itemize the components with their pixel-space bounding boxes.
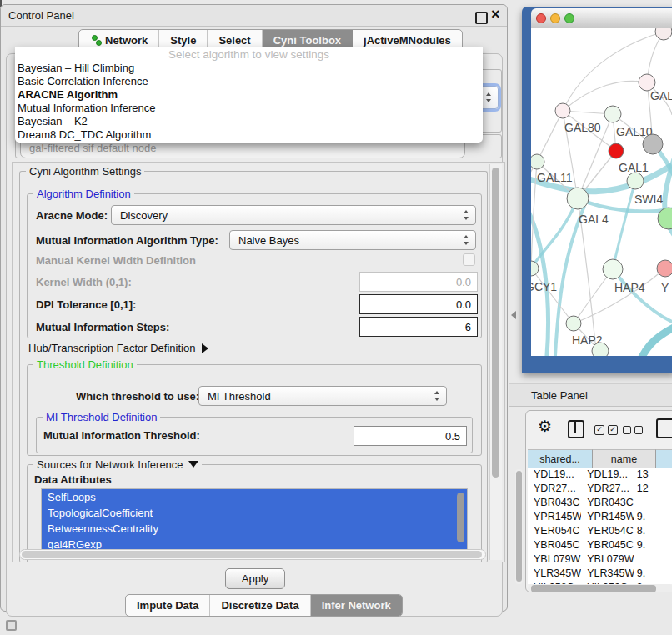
- network-node[interactable]: [655, 28, 672, 40]
- stepper-arrows-icon: [434, 391, 440, 401]
- settings-vertical-scrollbar-thumb[interactable]: [492, 168, 499, 478]
- table-horizontal-scrollbar-thumb[interactable]: [531, 585, 656, 592]
- mi-threshold-field[interactable]: 0.5: [354, 426, 467, 446]
- algorithm-option-bayesian-hill-climbing[interactable]: Bayesian – Hill Climbing: [15, 62, 483, 75]
- cyni-algorithm-settings-title: Cyni Algorithm Settings: [26, 165, 144, 178]
- network-canvas[interactable]: GALGAL80GAL10GAL11GAL1SWI4GAL4GCY1HAP4YH…: [531, 28, 672, 356]
- attribute-item-selfloops[interactable]: SelfLoops: [42, 489, 467, 505]
- algorithm-option-aracne-algorithm[interactable]: ARACNE Algorithm: [15, 88, 483, 102]
- tab-impute-data[interactable]: Impute Data: [126, 595, 210, 616]
- network-window-titlebar[interactable]: [531, 8, 672, 28]
- gear-icon[interactable]: ⚙: [538, 417, 552, 435]
- network-view-window: GALGAL80GAL10GAL11GAL1SWI4GAL4GCY1HAP4YH…: [522, 7, 672, 372]
- mi-steps-field[interactable]: 6: [359, 317, 478, 337]
- table-row[interactable]: YBR045CYBR045C9.: [528, 538, 672, 552]
- column-header-name[interactable]: name: [593, 449, 656, 468]
- column-header-a[interactable]: A: [656, 449, 672, 468]
- apply-button[interactable]: Apply: [225, 568, 285, 589]
- data-attributes-list[interactable]: SelfLoopsTopologicalCoefficientBetweenne…: [41, 488, 468, 552]
- cyni-algorithm-settings-group: Cyni Algorithm Settings Algorithm Defini…: [19, 171, 488, 562]
- which-threshold-value: MI Threshold: [208, 390, 271, 402]
- tab-label: Cyni Toolbox: [273, 34, 341, 47]
- column-split-icon[interactable]: [568, 420, 584, 438]
- settings-vertical-scrollbar[interactable]: [489, 164, 502, 560]
- table-cell: YER054C: [528, 524, 581, 538]
- tab-label: Network: [105, 34, 148, 47]
- node-label-y: Y: [661, 281, 669, 294]
- manual-kernel-width-checkbox[interactable]: [463, 253, 475, 266]
- zoom-button[interactable]: [564, 13, 574, 23]
- network-node-gal11[interactable]: [531, 154, 544, 169]
- which-threshold-label: Which threshold to use:: [76, 390, 199, 402]
- dock-panel-icon[interactable]: [6, 620, 17, 631]
- mi-algorithm-type-combo[interactable]: Naive Bayes: [229, 230, 476, 250]
- algorithm-option-bayesian-k2[interactable]: Bayesian – K2: [15, 115, 483, 128]
- table-cell: YPR145W: [528, 510, 581, 524]
- table-panel-header: Table Panel: [509, 383, 672, 407]
- stepper-arrows-icon: [464, 210, 469, 220]
- mi-algorithm-type-value: Naive Bayes: [238, 234, 299, 247]
- network-node-gcy1[interactable]: [531, 261, 539, 276]
- network-node-gal4[interactable]: [567, 188, 589, 209]
- table-horizontal-scrollbar[interactable]: [528, 584, 672, 592]
- close-panel-button[interactable]: ×: [491, 6, 500, 23]
- network-node-gal[interactable]: [639, 74, 655, 91]
- tab-discretize-data[interactable]: Discretize Data: [210, 595, 310, 616]
- algorithm-dropdown-placeholder: Select algorithm to view settings: [15, 48, 483, 62]
- table-cell: YLR345W: [528, 567, 581, 581]
- network-node-gal1[interactable]: [609, 143, 624, 158]
- table-row[interactable]: YLR345WYLR345W9.: [528, 567, 672, 581]
- algorithm-option-mutual-information-inference[interactable]: Mutual Information Inference: [15, 102, 483, 115]
- tab-label: Infer Network: [322, 599, 391, 612]
- minimize-button[interactable]: [550, 13, 560, 23]
- kernel-width-label: Kernel Width (0,1):: [36, 276, 132, 288]
- attribute-item-betweennesscentrality[interactable]: BetweennessCentrality: [42, 521, 467, 537]
- aracne-mode-combo[interactable]: Discovery: [111, 205, 476, 225]
- attribute-item-topologicalcoefficient[interactable]: TopologicalCoefficient: [42, 505, 467, 521]
- splitter-collapse-arrow[interactable]: [511, 311, 516, 319]
- deselect-all-icon[interactable]: [623, 426, 643, 434]
- tab-label: Select: [218, 34, 250, 47]
- network-node-hap4[interactable]: [603, 259, 623, 279]
- table-vertical-scrollbar[interactable]: [515, 469, 523, 584]
- mi-steps-label: Mutual Information Steps:: [36, 321, 169, 333]
- table-row[interactable]: YER054CYER054C8.: [528, 524, 672, 538]
- algorithm-option-dream8-dc-tdc-algorithm[interactable]: Dream8 DC_TDC Algorithm: [15, 128, 483, 142]
- settings-horizontal-scrollbar-thumb[interactable]: [22, 551, 482, 558]
- table-row[interactable]: YBR043CYBR043C: [528, 496, 672, 510]
- table-vertical-scrollbar-thumb[interactable]: [516, 471, 522, 582]
- column-header-shared[interactable]: shared...: [528, 449, 593, 468]
- table-cell: [634, 496, 672, 510]
- export-table-icon[interactable]: [656, 418, 672, 438]
- kernel-width-field[interactable]: 0.0: [359, 272, 478, 292]
- network-node[interactable]: [643, 134, 663, 154]
- network-icon: [90, 35, 101, 46]
- node-label-swi4: SWI4: [634, 192, 663, 206]
- table-row[interactable]: YPR145WYPR145W9.: [528, 510, 672, 524]
- settings-horizontal-scrollbar[interactable]: [19, 549, 486, 560]
- network-node-gal10[interactable]: [604, 106, 621, 122]
- algorithm-dropdown-overlay: Select algorithm to view settings Bayesi…: [15, 48, 483, 142]
- table-cell: YDL19...: [581, 468, 634, 482]
- tab-infer-network[interactable]: Infer Network: [311, 595, 402, 616]
- table-row[interactable]: YDL19...YDL19...13: [528, 468, 672, 482]
- network-node-hap2[interactable]: [566, 316, 581, 331]
- network-node-swi4[interactable]: [627, 172, 644, 189]
- which-threshold-combo[interactable]: MI Threshold: [198, 386, 447, 406]
- network-node-y[interactable]: [657, 260, 672, 277]
- table-cell: YDR27...: [581, 482, 634, 496]
- select-all-icon[interactable]: ✓✓: [594, 425, 618, 435]
- float-window-button[interactable]: [475, 12, 488, 24]
- list-scrollbar-thumb[interactable]: [457, 492, 464, 542]
- network-node-gal80[interactable]: [555, 103, 570, 118]
- network-node[interactable]: [592, 342, 609, 356]
- close-button[interactable]: [536, 13, 546, 23]
- table-cell: 9.: [634, 567, 672, 581]
- table-row[interactable]: YBL079WYBL079W: [528, 552, 672, 567]
- table-rows: YDL19...YDL19...13YDR27...YDR27...12YBR0…: [528, 468, 672, 584]
- table-row[interactable]: YDR27...YDR27...12: [528, 482, 672, 496]
- dpi-tolerance-field[interactable]: 0.0: [359, 294, 478, 314]
- algorithm-option-basic-correlation-inference[interactable]: Basic Correlation Inference: [15, 75, 483, 88]
- hub-definition-disclosure[interactable]: Hub/Transcription Factor Definition: [28, 340, 208, 355]
- table-panel-title: Table Panel: [531, 389, 588, 402]
